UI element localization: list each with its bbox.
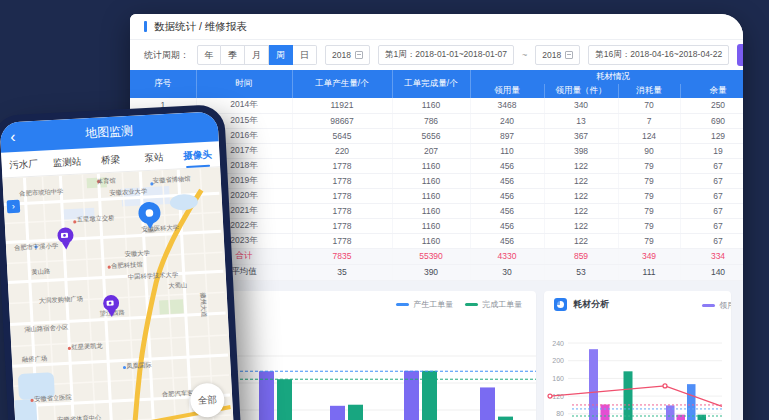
bar[interactable]	[666, 405, 675, 420]
table-cell: 30	[470, 264, 544, 280]
bar[interactable]	[687, 384, 696, 420]
period-option-day[interactable]: 日	[293, 45, 317, 65]
consumables-chart-title: 耗材分析	[573, 298, 609, 311]
bar[interactable]	[498, 416, 513, 420]
table-cell: 79	[618, 233, 680, 248]
workorder-chart-legend: 产生工单量 完成工单量	[396, 299, 522, 310]
table-cell: 13	[544, 113, 618, 128]
consumables-bar-line-chart: 2402001601208040	[544, 315, 731, 420]
breadcrumb-text: 数据统计 / 维修报表	[154, 20, 247, 34]
period-option-week[interactable]: 周	[269, 45, 293, 65]
table-cell: 79	[618, 218, 680, 233]
table-cell: 7835	[292, 248, 392, 264]
bar[interactable]	[422, 370, 437, 420]
bar[interactable]	[404, 370, 419, 420]
table-cell: 398	[544, 143, 618, 158]
week-start-picker[interactable]: 第1周：2018-01-01~2018-01-07	[378, 45, 514, 65]
consumables-chart-header: 耗材分析	[554, 298, 609, 311]
map-label: 黄山路	[31, 267, 51, 275]
table-cell: 207	[392, 143, 470, 158]
period-option-month[interactable]: 月	[245, 45, 269, 65]
back-chevron-icon[interactable]: ‹	[10, 124, 17, 150]
table-cell: 456	[470, 233, 544, 248]
table-cell: 79	[618, 188, 680, 203]
y-tick-label: 240	[553, 339, 565, 346]
breadcrumb: 数据统计 / 维修报表	[130, 14, 743, 40]
table-cell: 367	[544, 128, 618, 143]
table-cell: 70	[618, 98, 680, 113]
table-cell: 67	[680, 203, 743, 218]
table-header: 序号 时间 工单产生量/个 工单完成量/个 耗材情况 领用量 领用量（件） 消耗…	[130, 70, 743, 98]
map-label: 大蜀山	[168, 281, 187, 289]
table-cell: 456	[470, 173, 544, 188]
bar[interactable]	[601, 404, 610, 420]
week-end-picker[interactable]: 第16周：2018-04-16~2018-04-22	[588, 45, 729, 65]
bar[interactable]	[348, 404, 363, 420]
bar[interactable]	[330, 405, 345, 420]
sub-header-3: 消耗量	[618, 84, 680, 98]
map-view[interactable]: 合肥市琥珀中学体育馆安徽农业大学安徽省博物馆五里墩立交桥安徽医科大学合肥市宁溪小…	[2, 167, 234, 420]
year-start-value: 2018	[332, 50, 351, 60]
table-cell: 1160	[392, 158, 470, 173]
tab-bridge[interactable]: 桥梁	[88, 146, 133, 173]
table-cell: 690	[680, 113, 743, 128]
table-cell: 4330	[470, 248, 544, 264]
query-button[interactable]: 查询	[737, 44, 743, 66]
table-cell: 240	[470, 113, 544, 128]
table-cell: 456	[470, 218, 544, 233]
tab-pump-station[interactable]: 泵站	[132, 144, 177, 171]
range-separator: ~	[522, 50, 527, 60]
year-end-picker[interactable]: 2018	[535, 45, 580, 65]
week-start-value: 第1周：2018-01-01~2018-01-07	[385, 49, 507, 61]
table-cell: 35	[292, 264, 392, 280]
bar[interactable]	[277, 379, 292, 420]
table-cell: 340	[544, 98, 618, 113]
table-cell: 122	[544, 203, 618, 218]
table-cell: 124	[618, 128, 680, 143]
sub-header-4: 余量	[680, 84, 743, 98]
sub-header-2: 领用量（件）	[544, 84, 618, 98]
bar[interactable]	[624, 371, 633, 420]
col-header-completed: 工单完成量/个	[392, 70, 470, 98]
period-option-year[interactable]: 年	[197, 45, 221, 65]
bar[interactable]	[589, 349, 598, 420]
pie-chart-icon	[554, 298, 567, 311]
legend-dash-icon	[465, 303, 478, 306]
table-cell: 1160	[392, 203, 470, 218]
table-cell: 67	[680, 173, 743, 188]
table-cell: 3468	[470, 98, 544, 113]
table-cell: 122	[544, 188, 618, 203]
table-cell: 1778	[292, 188, 392, 203]
table-cell: 67	[680, 158, 743, 173]
table-cell: 349	[618, 248, 680, 264]
table-cell: 1160	[392, 188, 470, 203]
table-cell: 79	[618, 173, 680, 188]
table-cell: 5645	[292, 128, 392, 143]
table-cell: 140	[680, 264, 743, 280]
y-tick-label: 160	[553, 374, 565, 381]
period-label: 统计周期：	[144, 49, 189, 62]
table-cell: 122	[544, 218, 618, 233]
legend-item-completed[interactable]: 完成工单量	[465, 299, 522, 310]
app-title: 地图监测	[85, 122, 134, 141]
table-cell: 859	[544, 248, 618, 264]
tab-camera[interactable]: 摄像头	[175, 141, 220, 168]
legend-item-created[interactable]: 产生工单量	[396, 299, 453, 310]
table-cell: 53	[544, 264, 618, 280]
table-cell: 1778	[292, 203, 392, 218]
period-option-quarter[interactable]: 季	[221, 45, 245, 65]
table-cell: 5656	[392, 128, 470, 143]
table-cell: 110	[470, 143, 544, 158]
bar[interactable]	[259, 371, 274, 420]
tab-sewage-plant[interactable]: 污水厂	[1, 150, 46, 177]
year-start-picker[interactable]: 2018	[325, 45, 370, 65]
map-expand-button[interactable]: ›	[7, 200, 21, 214]
table-cell: 79	[618, 203, 680, 218]
table-cell: 55390	[392, 248, 470, 264]
table-cell: 67	[680, 233, 743, 248]
bar[interactable]	[480, 387, 495, 420]
tab-monitor-station[interactable]: 监测站	[45, 148, 90, 175]
line-point	[548, 394, 552, 398]
table-cell: 1778	[292, 218, 392, 233]
table-cell: 122	[544, 158, 618, 173]
